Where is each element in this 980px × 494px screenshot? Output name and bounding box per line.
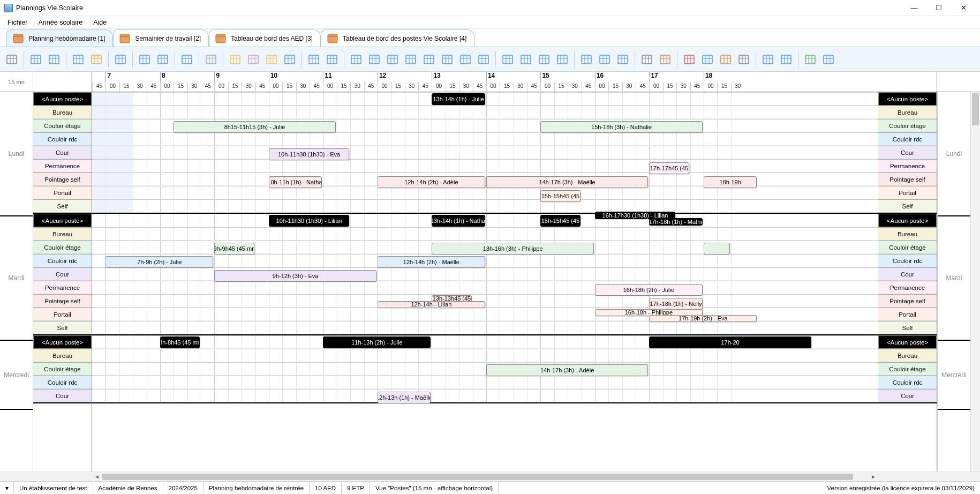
slot-row[interactable] <box>92 199 878 213</box>
menu-aide[interactable]: Aide <box>88 18 112 27</box>
toolbar-gear-color-button[interactable] <box>281 50 298 69</box>
toolbar-scissors-button[interactable] <box>638 50 655 69</box>
tab-1[interactable]: Semainier de travail [2] <box>113 29 209 47</box>
toolbar-grid-search-button[interactable] <box>457 50 474 69</box>
toolbar-grid-add-button[interactable] <box>420 50 438 69</box>
toolbar-list-red-button[interactable] <box>681 50 698 69</box>
toolbar-face-moon-button[interactable] <box>245 50 262 69</box>
toolbar-keyboard-button[interactable] <box>3 50 20 69</box>
task-bar[interactable]: 10h-11h30 (1h30) - Lilian <box>269 215 349 227</box>
task-bar[interactable]: 17h-17h45 (45 <box>649 162 689 174</box>
task-bar[interactable]: 9h-9h45 (45 mn <box>214 243 254 255</box>
task-bar[interactable]: 15h-18h (3h) - Nathalie <box>540 121 703 133</box>
toolbar-layer2-button[interactable] <box>596 50 613 69</box>
toolbar-face-sleep-button[interactable] <box>227 50 244 69</box>
task-bar[interactable] <box>704 243 730 255</box>
task-bar[interactable]: 11h-13h (2h) - Julie <box>323 336 431 348</box>
task-bar[interactable]: 15h-15h45 (45 <box>540 190 580 202</box>
slot-row[interactable] <box>92 267 878 281</box>
task-bar[interactable]: 18h-19h <box>704 176 757 188</box>
toolbar-cell-add2-button[interactable] <box>554 50 571 69</box>
slot-row[interactable] <box>92 92 878 106</box>
slot-row[interactable] <box>92 146 878 159</box>
task-bar[interactable]: 9h-12h (3h) - Eva <box>214 270 376 282</box>
toolbar-zoom-in-button[interactable] <box>305 50 322 69</box>
task-bar[interactable]: 13h-14h (1h) - Nathal <box>432 215 485 227</box>
slot-row[interactable] <box>92 214 878 227</box>
vertical-scrollbar[interactable] <box>970 92 980 471</box>
task-bar[interactable]: 12h-14h - Lilian <box>378 301 485 308</box>
toolbar-face-sun-button[interactable] <box>263 50 280 69</box>
toolbar-stamp-button[interactable] <box>657 50 674 69</box>
toolbar-ruler-h-button[interactable] <box>112 50 129 69</box>
toolbar-cell2-button[interactable] <box>517 50 534 69</box>
task-bar[interactable]: 15h-15h45 (45 <box>540 215 580 227</box>
toolbar-layer1-button[interactable] <box>578 50 595 69</box>
toolbar-list-lock-button[interactable] <box>717 50 734 69</box>
toolbar-grid-lock-button[interactable] <box>475 50 492 69</box>
toolbar-layer3-button[interactable] <box>614 50 631 69</box>
toolbar-ruler-button[interactable] <box>88 50 105 69</box>
toolbar-signpost-button[interactable] <box>46 50 63 69</box>
toolbar-resize-fit-button[interactable] <box>70 50 87 69</box>
toolbar-panel2-button[interactable] <box>778 50 795 69</box>
toolbar-cal-blue-button[interactable] <box>136 50 153 69</box>
task-bar[interactable]: 10h-11h (1h) - Nathal <box>269 176 322 188</box>
toolbar-cell1-button[interactable] <box>499 50 516 69</box>
tab-0[interactable]: Planning hebdomadaire [1] <box>6 29 113 47</box>
minimize-button[interactable]: — <box>902 1 926 16</box>
toolbar-arrows-swap-button[interactable] <box>178 50 195 69</box>
slot-row[interactable] <box>92 362 878 376</box>
toolbar-users-button[interactable] <box>27 50 44 69</box>
slot-row[interactable] <box>92 227 878 241</box>
task-bar[interactable]: 12h-13h (1h) - Maëlle <box>378 392 431 403</box>
toolbar-cal-blue2-button[interactable] <box>154 50 171 69</box>
task-bar[interactable]: 10h-11h30 (1h30) - Eva <box>269 148 349 160</box>
slot-row[interactable] <box>92 321 878 334</box>
menu-annee[interactable]: Année scolaire <box>33 18 88 27</box>
toolbar-grid1-button[interactable] <box>348 50 365 69</box>
toolbar-panel1-button[interactable] <box>759 50 777 69</box>
task-bar[interactable]: 16h-18h (2h) - Julie <box>595 284 703 296</box>
slot-row[interactable] <box>92 132 878 146</box>
toolbar-grid-minus-button[interactable] <box>402 50 419 69</box>
slot-row[interactable] <box>92 281 878 294</box>
schedule-grid[interactable]: 13h-14h (1h) - Julie8h15-11h15 (3h) - Ju… <box>92 92 878 471</box>
task-bar[interactable]: 17h-18h (1h) - Nelly <box>649 298 703 310</box>
scroll-right-arrow[interactable]: ► <box>869 474 878 480</box>
scroll-left-arrow[interactable]: ◄ <box>92 474 102 480</box>
task-bar[interactable]: 8h-8h45 (45 mn <box>160 336 200 348</box>
toolbar-grid-plus-button[interactable] <box>384 50 401 69</box>
close-button[interactable]: ✕ <box>951 1 976 16</box>
tab-2[interactable]: Tableau de bord des AED [3] <box>209 29 321 47</box>
toolbar-list-x-button[interactable] <box>735 50 752 69</box>
toolbar-panel-green-button[interactable] <box>802 50 819 69</box>
horizontal-scrollbar[interactable]: ◄ ► <box>0 471 980 481</box>
slot-row[interactable] <box>92 376 878 389</box>
toolbar-window-button[interactable] <box>820 50 837 69</box>
slot-row[interactable] <box>92 173 878 186</box>
slot-row[interactable] <box>92 159 878 173</box>
task-bar[interactable]: 17h-18h (1h) - Mathil <box>649 218 703 226</box>
tab-3[interactable]: Tableau de bord des postes Vie Scolaire … <box>321 29 474 47</box>
toolbar-cell-add-button[interactable] <box>536 50 553 69</box>
toolbar-pulse-button[interactable] <box>202 50 220 69</box>
task-bar[interactable]: 17h-19h (2h) - Eva <box>649 315 757 322</box>
task-bar[interactable]: 12h-14h (2h) - Adèle <box>378 176 485 188</box>
maximize-button[interactable]: ☐ <box>926 1 951 16</box>
status-expand-icon[interactable]: ▾ <box>0 482 14 494</box>
slot-row[interactable] <box>92 389 878 402</box>
toolbar-list-blue-button[interactable] <box>699 50 716 69</box>
task-bar[interactable]: 14h-17h (3h) - Maëlle <box>486 176 649 188</box>
toolbar-zoom-out-button[interactable] <box>323 50 341 69</box>
task-bar[interactable]: 14h-17h (3h) - Adèle <box>486 364 649 376</box>
task-bar[interactable]: 13h-16h (3h) - Philippe <box>432 243 594 255</box>
slot-row[interactable] <box>92 349 878 362</box>
task-bar[interactable]: 17h-20 <box>649 336 811 348</box>
slot-row[interactable] <box>92 186 878 199</box>
toolbar-grid-add2-button[interactable] <box>439 50 456 69</box>
task-bar[interactable]: 7h-9h (2h) - Julie <box>105 256 213 268</box>
menu-fichier[interactable]: Fichier <box>2 18 33 27</box>
task-bar[interactable]: 13h-14h (1h) - Julie <box>432 93 485 105</box>
task-bar[interactable]: 12h-14h (2h) - Maëlle <box>378 256 485 268</box>
